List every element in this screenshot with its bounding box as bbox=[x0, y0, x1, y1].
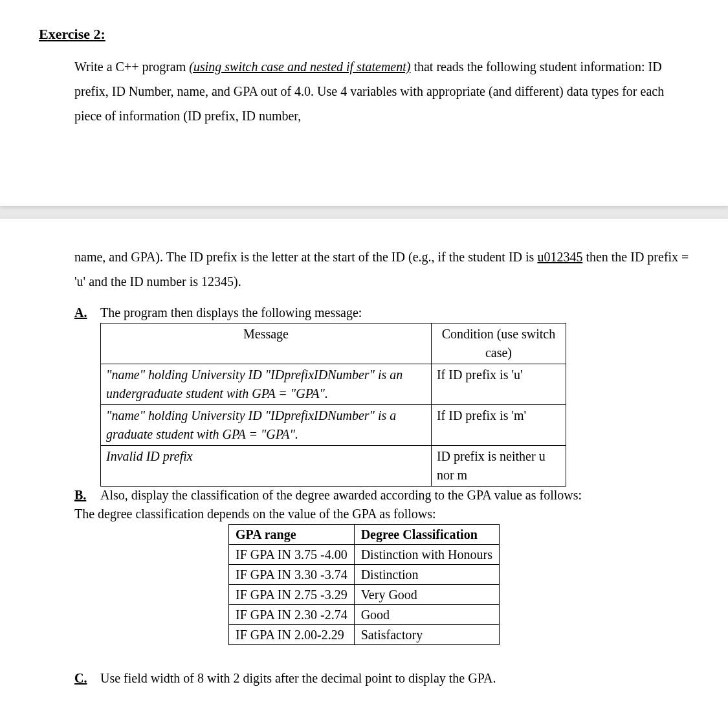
table1-header-condition: Condition (use switch case) bbox=[431, 324, 566, 364]
part-b-subtext: The degree classification depends on the… bbox=[74, 507, 689, 521]
table2-c1: Distinction bbox=[354, 565, 499, 585]
table2-r0: IF GPA IN 3.75 -4.00 bbox=[229, 545, 355, 565]
table-row: IF GPA IN 2.75 -3.29 Very Good bbox=[229, 585, 500, 605]
table2-r3: IF GPA IN 2.30 -2.74 bbox=[229, 605, 355, 625]
gpa-classification-table: GPA range Degree Classification IF GPA I… bbox=[228, 524, 500, 645]
table1-msg-2: Invalid ID prefix bbox=[101, 446, 432, 487]
part-c-text: Use field width of 8 with 2 digits after… bbox=[100, 671, 689, 686]
intro-pre: Write a C++ program bbox=[74, 60, 189, 74]
page-1: Exercise 2: Write a C++ program (using s… bbox=[0, 0, 728, 206]
table-row: Invalid ID prefix ID prefix is neither u… bbox=[101, 446, 566, 487]
part-c: C. Use field width of 8 with 2 digits af… bbox=[74, 671, 689, 686]
table2-r4: IF GPA IN 2.00-2.29 bbox=[229, 625, 355, 645]
table1-msg-1: "name" holding University ID "IDprefixID… bbox=[101, 405, 432, 446]
part-b: B. Also, display the classification of t… bbox=[74, 488, 689, 503]
page-2: name, and GPA). The ID prefix is the let… bbox=[0, 219, 728, 702]
message-condition-table: Message Condition (use switch case) "nam… bbox=[100, 323, 566, 487]
table2-r1: IF GPA IN 3.30 -3.74 bbox=[229, 565, 355, 585]
table2-c3: Good bbox=[354, 605, 499, 625]
table-row: IF GPA IN 2.30 -2.74 Good bbox=[229, 605, 500, 625]
table1-cond-0: If ID prefix is 'u' bbox=[431, 364, 566, 405]
part-b-label: B. bbox=[74, 488, 100, 503]
exercise-title: Exercise 2: bbox=[39, 26, 689, 43]
table1-cond-1: If ID prefix is 'm' bbox=[431, 405, 566, 446]
part-b-text: Also, display the classification of the … bbox=[100, 488, 689, 503]
table1-msg-0: "name" holding University ID "IDprefixID… bbox=[101, 364, 432, 405]
part-a: A. The program then displays the followi… bbox=[74, 305, 689, 487]
cont-pre: name, and GPA). The ID prefix is the let… bbox=[74, 250, 537, 264]
table-row: "name" holding University ID "IDprefixID… bbox=[101, 364, 566, 405]
table2-header-class: Degree Classification bbox=[354, 525, 499, 545]
table2-r2: IF GPA IN 2.75 -3.29 bbox=[229, 585, 355, 605]
cont-underlined-id: u012345 bbox=[537, 250, 582, 264]
part-a-label: A. bbox=[74, 305, 100, 487]
continuation-paragraph: name, and GPA). The ID prefix is the let… bbox=[74, 245, 689, 294]
intro-paragraph: Write a C++ program (using switch case a… bbox=[74, 54, 689, 128]
table-row: IF GPA IN 3.30 -3.74 Distinction bbox=[229, 565, 500, 585]
table2-header-range: GPA range bbox=[229, 525, 355, 545]
table1-cond-2: ID prefix is neither u nor m bbox=[431, 446, 566, 487]
table-row: "name" holding University ID "IDprefixID… bbox=[101, 405, 566, 446]
table2-c4: Satisfactory bbox=[354, 625, 499, 645]
table-row: IF GPA IN 2.00-2.29 Satisfactory bbox=[229, 625, 500, 645]
table-row: IF GPA IN 3.75 -4.00 Distinction with Ho… bbox=[229, 545, 500, 565]
table1-header-message: Message bbox=[101, 324, 432, 364]
table2-c0: Distinction with Honours bbox=[354, 545, 499, 565]
part-c-label: C. bbox=[74, 671, 100, 686]
part-a-text: The program then displays the following … bbox=[100, 305, 689, 320]
intro-emph: (using switch case and nested if stateme… bbox=[189, 60, 410, 74]
table2-c2: Very Good bbox=[354, 585, 499, 605]
